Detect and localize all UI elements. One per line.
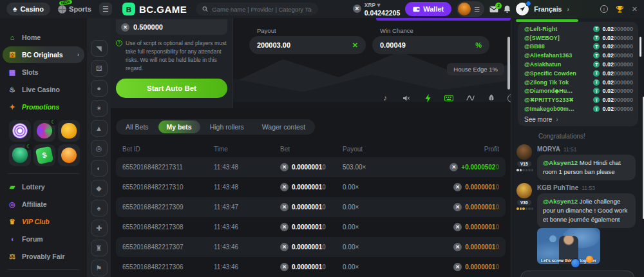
sports-toggle[interactable]: NEW Sports	[55, 3, 94, 15]
payout-input[interactable]: 200003.00 ✕	[249, 36, 366, 54]
table-row[interactable]: 65520168482217306 11:43:46 ✕ 0.00000010 …	[116, 257, 506, 277]
sidebar-item[interactable]: ⚖ Provably Fair	[3, 248, 84, 265]
rain-recipient-row[interactable]: @Imakegob00m… T 0.02000000	[524, 104, 633, 113]
menu-icon[interactable]: ☰	[99, 3, 112, 15]
game-shortcut-icon[interactable]: ✶	[91, 100, 108, 117]
rain-recipient-row[interactable]: @[SWEBOY] T 0.02000000	[524, 33, 633, 43]
emoji-reaction-blue[interactable]	[571, 258, 580, 268]
header-bet: Bet	[280, 146, 343, 153]
rain-recipient-row[interactable]: @Zilong Tik Tok T 0.02000000	[524, 78, 633, 87]
brand-logo[interactable]: ʙ BC.GAME	[122, 3, 187, 15]
tether-coin-icon: T	[593, 70, 600, 77]
balance-display[interactable]: ✕ XRP ▾ 0.04242205	[353, 1, 400, 17]
table-row[interactable]: 65520168482217308 11:43:46 ✕ 0.00000010 …	[116, 217, 506, 237]
start-auto-bet-button[interactable]: Start Auto Bet	[116, 79, 227, 98]
sidebar-item[interactable]: ▦ Slots	[3, 64, 84, 81]
bet-profit: 0.00000010	[465, 263, 499, 271]
avatar[interactable]	[516, 144, 532, 160]
bets-tab[interactable]: High rollers	[202, 120, 252, 133]
game-shortcut-icon[interactable]: ♜	[91, 240, 108, 256]
table-row[interactable]: 65520168482217310 11:43:48 ✕ 0.00000010 …	[116, 177, 506, 197]
sound-icon[interactable]	[401, 93, 412, 103]
mention[interactable]: @Aksyen12	[543, 198, 578, 205]
bet-payout: 0.00×	[343, 244, 439, 251]
profile-menu[interactable]: ☰	[457, 1, 484, 17]
payout-value: 200003.00	[257, 41, 290, 49]
sidebar-item[interactable]: ▰ Lottery	[3, 178, 84, 195]
game-shortcut-icon[interactable]: ●	[91, 80, 108, 97]
chevron-right-icon: ›	[556, 116, 558, 123]
sidebar-item[interactable]: ♛ VIP Club	[3, 213, 84, 230]
rain-username: @Imakegob00m…	[524, 106, 593, 112]
emoji-reaction-orange[interactable]	[586, 256, 593, 263]
trophy-icon[interactable]	[616, 5, 624, 14]
sidebar-item[interactable]: ♨ Live Casino	[3, 81, 84, 98]
seed-icon[interactable]	[486, 93, 497, 103]
header-bet-id: Bet ID	[122, 146, 214, 153]
search-input[interactable]	[212, 6, 312, 13]
promo-tile-dollar-tag[interactable]: $	[33, 144, 55, 166]
sidebar-item[interactable]: ◎ Affiliate	[3, 196, 84, 213]
trends-icon[interactable]	[465, 93, 475, 103]
game-shortcut-icon[interactable]: ⚄	[91, 60, 108, 77]
bet-amount-input[interactable]: ✕ 0.500000	[116, 19, 227, 35]
promo-tile-coin-person[interactable]	[58, 144, 80, 166]
rain-card-scrollbar[interactable]	[639, 37, 641, 57]
rain-recipient-row[interactable]: @Left-Right T 0.02000000	[524, 24, 633, 33]
wallet-label: Wallet	[423, 5, 444, 13]
language-selector[interactable]: Français ›	[534, 5, 569, 13]
game-shortcut-icon[interactable]: ♠	[91, 200, 108, 216]
avatar[interactable]	[516, 183, 532, 198]
chat-toggle-button[interactable]	[516, 3, 529, 15]
rain-username: @Diamond◆Hu…	[524, 88, 593, 94]
game-shortcut-icon[interactable]: ▲	[91, 120, 108, 137]
sidebar-item[interactable]: ✦ Promotions	[3, 99, 84, 115]
rain-recipient-row[interactable]: @Specific Cowden T 0.02000000	[524, 69, 633, 78]
wallet-button[interactable]: Wallet	[405, 2, 451, 16]
main-scrollbar[interactable]	[507, 37, 510, 90]
promo-tile-wheel[interactable]: ☾	[33, 120, 55, 142]
bets-tab[interactable]: My bets	[158, 120, 200, 133]
game-shortcut-icon[interactable]: ✚	[91, 220, 108, 236]
game-shortcut-icon[interactable]: ⚑	[91, 260, 108, 276]
casino-toggle[interactable]: ♠ Casino	[6, 3, 50, 15]
table-row[interactable]: 65520168482217307 11:43:46 ✕ 0.00000010 …	[116, 237, 506, 257]
close-icon[interactable]: ✕	[632, 5, 638, 14]
turbo-icon[interactable]	[422, 93, 433, 103]
bet-time: 11:43:47	[214, 204, 280, 211]
game-shortcut-icon[interactable]: ◐	[91, 160, 108, 177]
sidebar-item[interactable]: ◖ Forum	[3, 231, 84, 247]
level-badge: V15	[517, 161, 531, 167]
mail-badge: 2	[495, 3, 502, 9]
see-more-link[interactable]: See more ›	[524, 116, 633, 123]
notifications-button[interactable]	[504, 5, 511, 13]
info-icon[interactable]: i	[600, 5, 608, 13]
rain-recipient-row[interactable]: @Diamond◆Hu… T 0.02000000	[524, 87, 633, 96]
rain-recipient-row[interactable]: @Asiakhatun T 0.02000000	[524, 60, 633, 69]
table-row[interactable]: 65520168482217311 11:43:48 ✕ 0.00000010 …	[116, 157, 506, 177]
rain-recipient-row[interactable]: @✖PRITTYS233✖ T 0.02000000	[524, 95, 633, 104]
sidebar-item[interactable]: ⌂ Home	[3, 29, 84, 46]
rain-card: @Left-Right T 0.02000000 @[SWEBOY] T 0.0…	[518, 22, 638, 126]
table-row[interactable]: 65520168482217309 11:43:47 ✕ 0.00000010 …	[116, 197, 506, 217]
messages-button[interactable]: 2	[489, 6, 498, 13]
hotkeys-icon[interactable]	[444, 93, 454, 103]
game-shortcut-icon[interactable]: ◆	[91, 180, 108, 196]
game-shortcut-icon[interactable]: ◥	[91, 40, 108, 57]
bets-tab[interactable]: Wager contest	[254, 120, 314, 133]
mention[interactable]: @Aksyen12	[543, 159, 578, 166]
music-icon[interactable]: ♪	[380, 93, 390, 103]
bet-payout: 503.00×	[343, 164, 439, 171]
win-chance-input[interactable]: 0.00049 %	[372, 36, 489, 54]
bets-tab[interactable]: All Bets	[117, 120, 157, 133]
search-bar[interactable]	[196, 3, 318, 15]
game-shortcut-icon[interactable]: ◎	[91, 140, 108, 157]
chat-input[interactable]	[520, 271, 634, 277]
promo-tile-spiral[interactable]	[9, 120, 31, 142]
rain-recipient-row[interactable]: @Aliesfahan1363 T 0.02000000	[524, 51, 633, 60]
promo-tile-ghost[interactable]: ☾	[9, 144, 31, 166]
promo-tile-pig[interactable]	[58, 120, 80, 142]
sidebar-item[interactable]: ⚄ BC Originals ›	[3, 46, 84, 63]
bet-id: 65520168482217309	[122, 204, 214, 211]
rain-recipient-row[interactable]: @BB88 T 0.02000000	[524, 43, 633, 52]
